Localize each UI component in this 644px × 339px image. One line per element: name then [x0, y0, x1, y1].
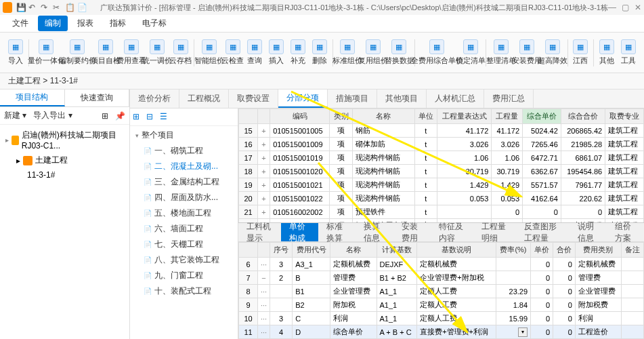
menu-report[interactable]: 报表	[70, 16, 100, 31]
ribbon-4[interactable]: ▦费用查看	[119, 38, 144, 67]
ribbon-19[interactable]: ▦安装费用	[515, 38, 539, 67]
tree-icon[interactable]: ···	[258, 325, 270, 339]
expand-icon[interactable]: +	[258, 178, 270, 192]
expand-icon[interactable]: +	[258, 138, 270, 151]
toptab-7[interactable]: 费用汇总	[484, 89, 534, 108]
toptab-5[interactable]: 其他项目	[377, 89, 427, 108]
bottom-row[interactable]: 10···3C利润A1_1定额人工费15.9900利润	[239, 312, 644, 325]
menu-file[interactable]: 文件	[5, 16, 35, 31]
toptab-6[interactable]: 人材机汇总	[427, 89, 484, 108]
close-icon[interactable]: ✕	[635, 3, 641, 12]
ribbon-21[interactable]: ▦江西	[570, 38, 591, 67]
table-row[interactable]: 20+010515001022项现浇构件钢筋t0.0530.0534162.64…	[239, 192, 644, 205]
cut-icon[interactable]: ✂	[53, 3, 62, 12]
bottab-0[interactable]: 工料机显示	[238, 223, 281, 241]
bottom-row[interactable]: 11···4D综合单价A + B + C直接费+管理费+利润▾00工程造价	[239, 325, 644, 339]
multi-icon[interactable]: ⊞	[102, 111, 108, 121]
ribbon-6[interactable]: ▦云存档	[171, 38, 191, 67]
menu-etag[interactable]: 电子标	[135, 16, 173, 31]
menu-edit[interactable]: 编制	[38, 16, 68, 31]
ribbon-20[interactable]: ▦超高降效	[540, 38, 565, 67]
tree-child1[interactable]: ▸ 土建工程	[3, 153, 127, 168]
midtree-root[interactable]: 整个项目	[131, 127, 236, 143]
ribbon-18[interactable]: ▦整理清单	[489, 38, 513, 67]
bottom-row[interactable]: 8···B1企业管理费A1_1定额人工费23.2900企业管理费	[239, 285, 644, 298]
bottab-3[interactable]: 换算信息	[356, 223, 393, 241]
tree-icon[interactable]: ···	[258, 285, 270, 298]
toptab-2[interactable]: 取费设置	[229, 89, 278, 108]
hierarchy-icon[interactable]: ☰	[160, 112, 171, 123]
tree-child2[interactable]: 11-3-1#	[3, 168, 127, 182]
pin-icon[interactable]: 📌	[115, 111, 125, 121]
tree-icon[interactable]: ···	[258, 258, 270, 271]
ribbon-23[interactable]: ▦工具	[618, 38, 639, 67]
tree-icon[interactable]: ···	[258, 312, 270, 325]
minimize-icon[interactable]: —	[608, 3, 616, 12]
ribbon-1[interactable]: ▦量价一体化	[32, 38, 62, 67]
toptab-0[interactable]: 造价分析	[130, 89, 179, 108]
rate-dropdown[interactable]: ▾	[496, 325, 530, 339]
bottab-2[interactable]: 标准换算	[318, 223, 356, 241]
table-row[interactable]: 16+010515001009项砌体加筋t3.0263.0267265.4621…	[239, 138, 644, 151]
midtree-item-7[interactable]: 八、其它装饰工程	[131, 252, 236, 268]
chevron-down-icon[interactable]: ▾	[518, 327, 528, 337]
expand-icon[interactable]: +	[258, 165, 270, 178]
redo-icon[interactable]: ↷	[41, 3, 50, 12]
bottab-6[interactable]: 工程量明细	[473, 223, 516, 241]
midtree-item-0[interactable]: 一、砌筑工程	[131, 143, 236, 159]
ribbon-0[interactable]: ▦导入	[5, 38, 26, 67]
toptab-3[interactable]: 分部分项	[278, 89, 328, 108]
bottab-8[interactable]: 说明信息	[570, 223, 607, 241]
table-row[interactable]: 21+010516002002项预埋铁件t000建筑工程	[239, 205, 644, 219]
ribbon-9[interactable]: ▦查询	[244, 38, 265, 67]
tree-icon[interactable]: −	[258, 271, 270, 285]
tab-project-structure[interactable]: 项目结构	[0, 89, 65, 106]
ribbon-15[interactable]: ▦替换数据	[387, 38, 411, 67]
ribbon-12[interactable]: ▦删除	[309, 38, 330, 67]
ribbon-17[interactable]: ▦锁定清单	[458, 38, 483, 67]
undo-icon[interactable]: ↶	[28, 3, 38, 12]
menu-index[interactable]: 指标	[103, 16, 133, 31]
bottom-row[interactable]: 7−2B管理费B1 + B2企业管理费+附加税00管理费	[239, 271, 644, 285]
paste-icon[interactable]: 📄	[77, 3, 87, 12]
tree-icon[interactable]: ···	[258, 298, 270, 312]
tab-quick-search[interactable]: 快速查询	[65, 89, 130, 106]
new-button[interactable]: 新建 ▾	[4, 110, 26, 121]
tree-root[interactable]: 启迪(赣州)科技城二期项目RJ03-C1...	[3, 127, 127, 153]
midtree-item-2[interactable]: 三、金属结构工程	[131, 174, 236, 190]
ribbon-11[interactable]: ▦补充	[288, 38, 308, 67]
bottom-row[interactable]: 6···3A3_1定额机械费DEJXF定额机械费00定额机械费	[239, 258, 644, 271]
ribbon-3[interactable]: ▦项目自检	[93, 38, 118, 67]
ribbon-7[interactable]: ▦智能组价	[197, 38, 221, 67]
ribbon-16[interactable]: ▦全费用综合单价	[417, 38, 457, 67]
table-row[interactable]: 18+010515001020项现浇构件钢筋t30.71930.7196362.…	[239, 165, 644, 178]
expand-icon[interactable]: +	[258, 192, 270, 205]
midtree-item-5[interactable]: 六、墙面工程	[131, 221, 236, 237]
midtree-item-1[interactable]: 二、混凝土及砌...	[131, 159, 236, 174]
bottab-4[interactable]: 安装费用	[393, 223, 431, 241]
midtree-item-4[interactable]: 五、楼地面工程	[131, 205, 236, 221]
table-row[interactable]: 15+010515001005项钢筋t41.17241.1725024.4220…	[239, 124, 644, 138]
ribbon-14[interactable]: ▦复用组价	[361, 38, 385, 67]
ribbon-5[interactable]: ▦统一调价	[145, 38, 169, 67]
save-icon[interactable]: 💾	[16, 3, 26, 12]
bottab-5[interactable]: 特征及内容	[431, 223, 473, 241]
toptab-4[interactable]: 措施项目	[328, 89, 377, 108]
midtree-item-9[interactable]: 十、装配式工程	[131, 283, 236, 299]
copy-icon[interactable]: 📋	[65, 3, 74, 12]
expand-icon[interactable]: +	[258, 151, 270, 165]
midtree-item-6[interactable]: 七、天棚工程	[131, 237, 236, 252]
bottab-1[interactable]: 单价构成	[281, 223, 318, 241]
bottab-9[interactable]: 组价方案	[607, 223, 644, 241]
ribbon-22[interactable]: ▦其他	[597, 38, 617, 67]
collapse-icon[interactable]: ⊟	[146, 112, 157, 123]
table-row[interactable]: 19+010515001021项现浇构件钢筋t1.4291.4295571.57…	[239, 178, 644, 192]
maximize-icon[interactable]: ▢	[622, 3, 629, 12]
ribbon-2[interactable]: ▦编制要约价	[62, 38, 92, 67]
expand-icon[interactable]: +	[258, 124, 270, 138]
table-row[interactable]: 17+010515001019项现浇构件钢筋t1.061.066472.7168…	[239, 151, 644, 165]
ribbon-13[interactable]: ▦标准组价	[335, 38, 360, 67]
ribbon-10[interactable]: ▦插入	[266, 38, 286, 67]
expand-icon[interactable]: +	[258, 205, 270, 219]
ribbon-8[interactable]: ▦云检查	[223, 38, 243, 67]
